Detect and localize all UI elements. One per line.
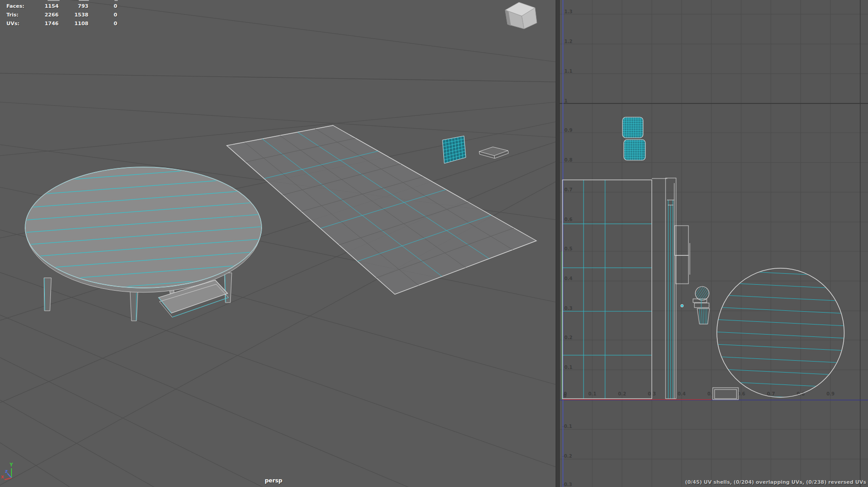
hud-uvs-extra: 0 <box>90 21 117 27</box>
hud-uvs-label: UVs: <box>6 21 19 27</box>
round-table-mesh[interactable] <box>18 164 268 321</box>
hud-uvs-selected: 1108 <box>61 21 88 27</box>
view-cube-canvas <box>500 0 541 32</box>
uv-shell-strip[interactable] <box>666 178 676 399</box>
uv-status-text: (0/45) UV shells, (0/204) overlapping UV… <box>685 479 866 485</box>
hud-clipped-row <box>79 0 89 1</box>
hud-faces-total: 1154 <box>31 3 59 9</box>
hud-tris-label: Tris: <box>6 12 18 18</box>
uv-editor-viewport[interactable]: 1.3 1.2 1.1 1 0.9 0.8 0.7 0.6 0.5 0.4 0.… <box>560 0 868 487</box>
viewport-canvas <box>0 0 556 487</box>
uv-shell-stack[interactable] <box>675 226 690 284</box>
gizmo-z-label: z <box>5 469 8 474</box>
uv-shell-small-rect[interactable] <box>713 388 738 400</box>
uv-shell-seat-b[interactable] <box>623 139 646 161</box>
view-cube[interactable]: TOP BACK <box>500 0 541 32</box>
camera-name-label: persp <box>265 477 282 484</box>
uv-grid <box>560 0 868 487</box>
hud-uvs-total: 1746 <box>31 21 59 27</box>
uv-shell-seat-a[interactable] <box>622 116 644 138</box>
uv-shell-tabletop[interactable] <box>715 268 846 400</box>
perspective-viewport[interactable]: Faces: 1154 793 0 Tris: 2266 1538 0 UVs:… <box>0 0 556 487</box>
hud-clipped-row <box>48 0 60 1</box>
hud-faces-extra: 0 <box>90 3 117 9</box>
maya-uv-editing-workspace: Faces: 1154 793 0 Tris: 2266 1538 0 UVs:… <box>0 0 868 487</box>
hud-tris-total: 2266 <box>31 12 59 18</box>
hud-clipped-row <box>115 0 118 1</box>
panel-splitter[interactable] <box>556 0 560 487</box>
uv-shells <box>562 116 846 400</box>
hud-faces-selected: 793 <box>61 3 88 9</box>
gizmo-y-label: Y <box>10 462 13 467</box>
uv-shell-pedestal[interactable] <box>690 283 720 325</box>
uv-canvas <box>560 0 868 487</box>
hud-tris-extra: 0 <box>90 12 117 18</box>
uv-shell-dot[interactable] <box>681 304 683 307</box>
uv-shell-plane[interactable] <box>562 179 667 399</box>
slab-mesh[interactable] <box>479 147 508 158</box>
hud-tris-selected: 1538 <box>61 12 88 18</box>
gizmo-x-label: x <box>1 474 4 479</box>
hud-faces-label: Faces: <box>6 3 24 9</box>
uv-axes <box>560 0 868 487</box>
selected-pillow-mesh[interactable] <box>442 136 466 163</box>
